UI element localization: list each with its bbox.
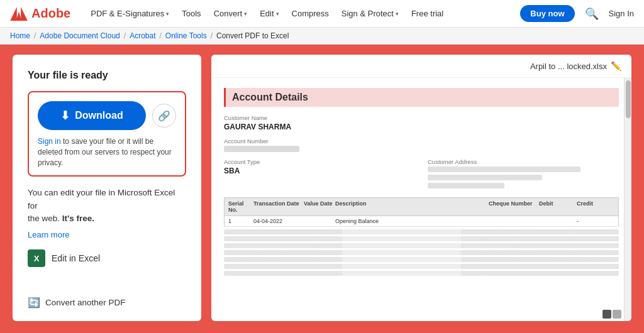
col-transaction: Transaction Date xyxy=(253,200,304,213)
row-value-date xyxy=(304,218,335,224)
convert-another-button[interactable]: 🔄 Convert another PDF xyxy=(28,297,126,308)
badge-square-light xyxy=(613,310,621,319)
nav-compress[interactable]: Compress xyxy=(287,6,334,21)
breadcrumb-current-page: Convert PDF to Excel xyxy=(216,31,289,40)
badge-square-dark xyxy=(602,310,611,319)
search-icon[interactable]: 🔍 xyxy=(585,7,599,21)
row-debit xyxy=(539,218,577,224)
row-credit: - xyxy=(577,218,614,224)
account-details-title: Account Details xyxy=(224,88,619,107)
copy-link-button[interactable]: 🔗 xyxy=(152,104,176,128)
blur-row-6 xyxy=(224,264,619,269)
chevron-down-icon: ▾ xyxy=(166,11,169,17)
nav-actions: Buy now 🔍 Sign In xyxy=(520,5,634,22)
col-credit: Credit xyxy=(577,200,614,213)
excel-doc: Account Details Customer Name GAURAV SHA… xyxy=(211,78,631,288)
nav-pdf-signatures[interactable]: PDF & E-Signatures ▾ xyxy=(86,6,174,21)
breadcrumb-acrobat[interactable]: Acrobat xyxy=(130,31,155,40)
row-description: Opening Balance xyxy=(335,218,489,224)
blurred-rows xyxy=(224,229,619,276)
row-transaction-date: 04-04-2022 xyxy=(253,218,304,224)
doc-filename: Arpil to ... locked.xlsx ✏️ xyxy=(530,61,621,71)
breadcrumb-online-tools[interactable]: Online Tools xyxy=(165,31,207,40)
breadcrumb-separator: / xyxy=(34,31,36,40)
customer-address-label: Customer Address xyxy=(428,158,619,165)
nav-convert[interactable]: Convert ▾ xyxy=(209,6,253,21)
excel-promo: You can edit your file in Microsoft Exce… xyxy=(28,187,186,225)
breadcrumb: Home / Adobe Document Cloud / Acrobat / … xyxy=(0,28,644,45)
learn-more-link[interactable]: Learn more xyxy=(28,230,186,239)
blur-row-1 xyxy=(224,229,619,234)
scrollbar[interactable] xyxy=(624,78,631,321)
customer-name-label: Customer Name xyxy=(224,114,619,121)
buy-now-button[interactable]: Buy now xyxy=(520,5,574,22)
col-debit: Debit xyxy=(539,200,577,213)
chevron-down-icon: ▾ xyxy=(276,11,279,17)
download-box: ⬇ Download 🔗 Sign in to save your file o… xyxy=(28,91,186,177)
blur-row-3 xyxy=(224,243,619,248)
adobe-logo-icon xyxy=(10,7,28,21)
breadcrumb-separator: / xyxy=(211,31,213,40)
excel-promo-line1: You can edit your file in Microsoft Exce… xyxy=(28,188,175,210)
doc-scroll[interactable]: Account Details Customer Name GAURAV SHA… xyxy=(211,78,631,321)
row-serial: 1 xyxy=(228,218,253,224)
nav-edit[interactable]: Edit ▾ xyxy=(255,6,284,21)
filename-text: Arpil to ... locked.xlsx xyxy=(530,62,607,71)
chevron-down-icon: ▾ xyxy=(244,11,247,17)
account-number-blur xyxy=(224,146,299,152)
doc-header: Arpil to ... locked.xlsx ✏️ xyxy=(211,55,631,78)
download-row: ⬇ Download 🔗 xyxy=(38,101,176,130)
navbar: Adobe PDF & E-Signatures ▾ Tools Convert… xyxy=(0,0,644,28)
customer-name-value: GAURAV SHARMA xyxy=(224,123,619,131)
nav-sign-protect[interactable]: Sign & Protect ▾ xyxy=(336,6,404,21)
blur-row-4 xyxy=(224,250,619,255)
breadcrumb-document-cloud[interactable]: Adobe Document Cloud xyxy=(40,31,119,40)
address-blur-1 xyxy=(428,166,580,172)
left-panel: Your file is ready ⬇ Download 🔗 Sign in … xyxy=(13,55,201,321)
nav-tools[interactable]: Tools xyxy=(177,6,206,21)
sign-in-prompt: Sign in to save your file or it will be … xyxy=(38,136,176,168)
doc-content: Account Details Customer Name GAURAV SHA… xyxy=(211,78,631,321)
adobe-logo[interactable]: Adobe xyxy=(10,6,70,21)
col-serial: Serial No. xyxy=(228,200,253,213)
col-cheque: Cheque Number xyxy=(489,200,539,213)
table-row: 1 04-04-2022 Opening Balance - xyxy=(224,216,619,227)
adobe-wordmark: Adobe xyxy=(31,6,70,21)
row-cheque xyxy=(489,218,539,224)
sign-in-link[interactable]: Sign In xyxy=(609,9,634,18)
excel-promo-free: It's free. xyxy=(62,214,94,223)
col-description: Description xyxy=(335,200,489,213)
scrollbar-thumb[interactable] xyxy=(626,80,631,118)
account-type-section: Account Type SBA xyxy=(224,158,415,191)
address-blur-2 xyxy=(428,175,542,180)
table-header: Serial No. Transaction Date Value Date D… xyxy=(224,197,619,216)
bottom-badge xyxy=(602,310,621,319)
address-blur-3 xyxy=(428,183,504,188)
link-icon: 🔗 xyxy=(158,110,170,122)
main-content: Your file is ready ⬇ Download 🔗 Sign in … xyxy=(0,45,644,331)
col-value: Value Date xyxy=(304,200,335,213)
excel-promo-line2: the web. xyxy=(28,214,60,223)
nav-free-trial[interactable]: Free trial xyxy=(406,6,448,21)
download-button[interactable]: ⬇ Download xyxy=(38,101,146,130)
breadcrumb-separator: / xyxy=(159,31,161,40)
right-panel: Arpil to ... locked.xlsx ✏️ Account Deta… xyxy=(211,55,631,321)
file-ready-title: Your file is ready xyxy=(28,70,186,81)
breadcrumb-separator: / xyxy=(124,31,126,40)
blur-row-7 xyxy=(224,271,619,276)
edit-excel-row: X Edit in Excel xyxy=(28,249,186,267)
download-icon: ⬇ xyxy=(60,109,70,123)
account-type-value: SBA xyxy=(224,166,415,175)
rename-icon[interactable]: ✏️ xyxy=(611,61,621,71)
chevron-down-icon: ▾ xyxy=(396,11,399,17)
refresh-icon: 🔄 xyxy=(28,297,40,308)
customer-address-section: Customer Address xyxy=(428,158,619,191)
convert-another-label: Convert another PDF xyxy=(45,298,126,307)
account-type-address-grid: Account Type SBA Customer Address xyxy=(224,158,619,191)
sign-in-link[interactable]: Sign in xyxy=(38,137,61,146)
account-number-label: Account Number xyxy=(224,138,619,145)
breadcrumb-home[interactable]: Home xyxy=(10,31,30,40)
blur-row-2 xyxy=(224,236,619,241)
edit-excel-label[interactable]: Edit in Excel xyxy=(52,253,100,263)
excel-icon: X xyxy=(28,249,45,267)
